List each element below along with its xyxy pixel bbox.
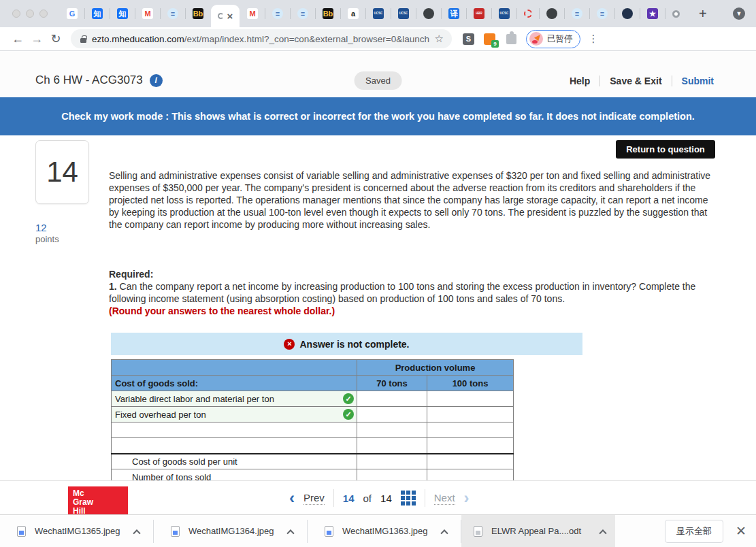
browser-ring-favicon[interactable] <box>665 8 687 19</box>
download-menu-chevron-icon[interactable] <box>599 529 606 537</box>
download-item[interactable]: ELWR Appeal Pa....odt <box>461 515 615 547</box>
pager-divider <box>425 489 425 507</box>
answer-cell[interactable] <box>427 454 514 469</box>
rounding-note: (Round your answers to the nearest whole… <box>109 305 714 317</box>
question-body: Selling and administrative expenses cons… <box>109 169 714 231</box>
next-button[interactable]: Next <box>434 492 455 505</box>
row-label: Cost of goods sold per unit <box>112 454 357 469</box>
help-button[interactable]: Help <box>570 76 590 86</box>
window-minimize-button[interactable] <box>26 10 34 18</box>
answer-cell[interactable] <box>357 422 427 438</box>
download-filename: WechatIMG1363.jpeg <box>342 526 428 536</box>
download-menu-chevron-icon[interactable] <box>440 529 448 537</box>
bookmark-star-icon[interactable]: ☆ <box>435 33 444 45</box>
save-exit-button[interactable]: Save & Exit <box>610 76 661 86</box>
answer-cell[interactable] <box>427 469 514 481</box>
gmail-favicon[interactable]: M <box>240 8 265 19</box>
download-item[interactable]: WechatIMG1363.jpeg <box>308 515 461 547</box>
forward-icon[interactable]: → <box>27 32 46 46</box>
download-item[interactable]: WechatIMG1365.jpeg <box>0 515 153 547</box>
record-dashed-favicon[interactable] <box>517 8 540 19</box>
lock-icon[interactable] <box>80 38 86 43</box>
banner-text: Check my work mode : This shows what is … <box>61 111 695 122</box>
profile-chip[interactable]: 已暂停 <box>526 30 580 48</box>
next-chevron-icon[interactable]: › <box>464 490 470 506</box>
waves-favicon[interactable]: ≡ <box>590 8 615 19</box>
jpeg-file-icon <box>325 526 333 537</box>
extensions-puzzle-icon[interactable] <box>506 34 516 44</box>
downloads-close-icon[interactable]: ✕ <box>736 523 746 539</box>
answer-cell[interactable] <box>427 422 514 438</box>
window-controls <box>12 10 48 18</box>
google-favicon[interactable]: G <box>60 8 85 19</box>
download-item[interactable]: WechatIMG1364.jpeg <box>154 515 307 547</box>
ucsc-favicon[interactable]: UCSC <box>492 8 517 19</box>
reload-icon[interactable]: ↻ <box>46 31 65 46</box>
address-bar[interactable]: ezto.mheducation.com/ext/map/index.html?… <box>71 29 452 48</box>
profile-status-label: 已暂停 <box>547 33 573 45</box>
return-to-question-button[interactable]: Return to question <box>616 140 715 159</box>
blackboard-favicon[interactable]: Bb <box>186 8 210 19</box>
submit-button[interactable]: Submit <box>682 76 714 86</box>
hbr-favicon[interactable]: HBR <box>467 8 492 19</box>
check-my-work-banner: Check my work mode : This shows what is … <box>0 97 756 135</box>
answer-status-alert: × Answer is not complete. <box>111 333 582 355</box>
show-all-downloads-button[interactable]: 显示全部 <box>665 520 723 543</box>
url-path: /ext/map/index.html?_con=con&external_br… <box>184 34 429 44</box>
shield-star-favicon[interactable]: ★ <box>640 8 665 19</box>
download-filename: ELWR Appeal Pa....odt <box>491 526 581 536</box>
answer-cell[interactable] <box>357 469 427 481</box>
active-tab[interactable]: × <box>211 5 240 27</box>
window-zoom-button[interactable] <box>39 10 48 18</box>
question-map-grid-icon[interactable] <box>401 491 416 505</box>
ucsc-favicon[interactable]: UCSC <box>391 8 416 19</box>
navy-globe-favicon[interactable] <box>615 8 640 19</box>
waves-favicon[interactable]: ≡ <box>161 8 186 19</box>
back-icon[interactable]: ← <box>8 32 27 46</box>
assignment-header: Ch 6 HW - ACG3073 i Saved Help Save & Ex… <box>0 51 756 97</box>
income-statement-table: Production volume Cost of goods sold: 70… <box>111 359 514 480</box>
tab-search-chevron-icon[interactable]: ▼ <box>733 7 745 20</box>
prev-chevron-icon[interactable]: ‹ <box>289 490 295 506</box>
translate-favicon[interactable]: 译 <box>442 8 467 19</box>
waves-favicon[interactable]: ≡ <box>291 8 316 19</box>
page-separator: of <box>363 493 372 504</box>
window-close-button[interactable] <box>12 10 20 18</box>
info-icon[interactable]: i <box>150 74 163 87</box>
answer-cell[interactable] <box>357 391 427 407</box>
waves-favicon[interactable]: ≡ <box>565 8 590 19</box>
required-section: Required: 1. Can the company report a ne… <box>109 268 714 317</box>
globe-favicon[interactable] <box>540 8 565 19</box>
extension-orange-icon[interactable]: 9 <box>484 33 495 45</box>
jpeg-file-icon <box>17 526 26 537</box>
answer-cell[interactable] <box>357 407 427 422</box>
answer-cell[interactable] <box>357 454 427 469</box>
globe-favicon[interactable] <box>416 8 442 19</box>
waves-favicon[interactable]: ≡ <box>265 8 291 19</box>
url-text[interactable]: ezto.mheducation.com/ext/map/index.html?… <box>92 34 429 44</box>
row-label: Number of tons sold <box>112 469 357 481</box>
table-row <box>112 438 514 454</box>
zhihu-favicon[interactable]: 知 <box>85 8 110 19</box>
odt-file-icon <box>474 526 482 537</box>
browser-menu-icon[interactable]: ⋮ <box>589 33 599 45</box>
answer-cell[interactable] <box>427 391 514 407</box>
table-row: Cost of goods sold per unit <box>112 454 514 469</box>
answer-cell[interactable] <box>357 438 427 454</box>
answer-cell[interactable] <box>427 407 514 422</box>
answer-cell[interactable] <box>427 438 514 454</box>
blackboard-favicon[interactable]: Bb <box>316 8 341 19</box>
tab-close-icon[interactable]: × <box>227 11 233 21</box>
gmail-favicon[interactable]: M <box>135 8 161 19</box>
zhihu-favicon[interactable]: 知 <box>110 8 135 19</box>
amazon-favicon[interactable]: a <box>341 8 366 19</box>
download-menu-chevron-icon[interactable] <box>286 529 294 537</box>
download-menu-chevron-icon[interactable] <box>133 529 140 537</box>
error-x-icon: × <box>284 339 295 350</box>
table-section-header: Cost of goods sold: <box>112 376 357 391</box>
required-number: 1. <box>109 281 117 292</box>
ucsc-favicon[interactable]: UCSC <box>366 8 391 19</box>
prev-button[interactable]: Prev <box>303 492 325 505</box>
extension-s-icon[interactable]: S <box>463 33 474 45</box>
new-tab-button[interactable]: + <box>693 6 712 22</box>
